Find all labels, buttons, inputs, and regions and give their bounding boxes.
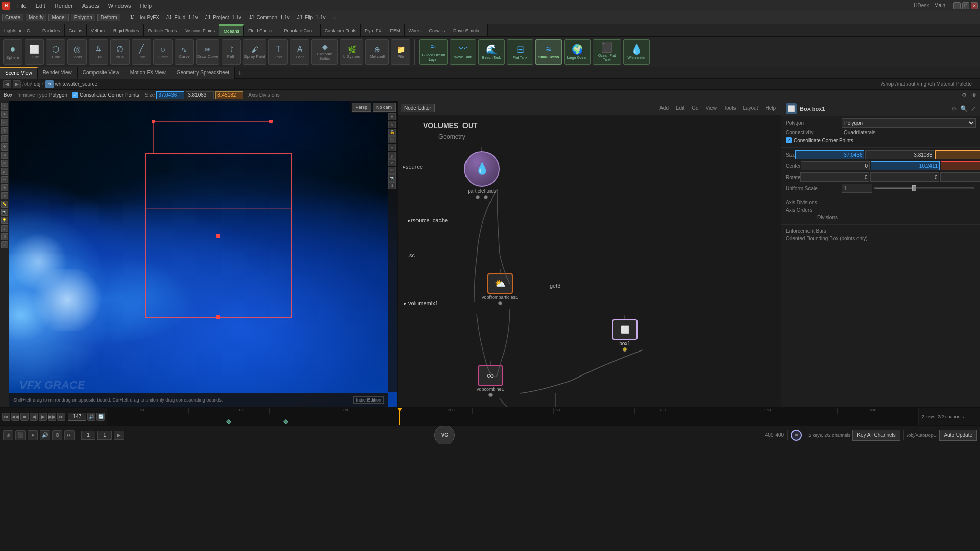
- node-view-btn[interactable]: View: [704, 104, 719, 112]
- node-editor-tab[interactable]: Node Editor: [401, 104, 435, 112]
- toolbar-jj-fluid[interactable]: JJ_Fluid_1.1v: [164, 14, 201, 21]
- tool-torus[interactable]: ◎ Torus: [67, 39, 87, 65]
- vp-right-grid[interactable]: #: [388, 121, 396, 128]
- toolbar-jj-flip[interactable]: JJ_Flip_1.1v: [294, 14, 328, 21]
- path-out[interactable]: /out: [907, 81, 916, 87]
- vp-right-camera2[interactable]: 📷: [388, 174, 396, 182]
- tool-large-ocean[interactable]: 🌍 Large Ocean: [564, 39, 591, 65]
- props-rotate-x[interactable]: [800, 172, 869, 182]
- panel-tab-add[interactable]: +: [235, 69, 245, 77]
- props-size-x[interactable]: [795, 150, 864, 159]
- tl-frame-input[interactable]: [68, 413, 86, 421]
- shelf-tab-rigid[interactable]: Rigid Bodies: [109, 24, 144, 37]
- node-layout-btn[interactable]: Layout: [741, 104, 760, 112]
- tl-play[interactable]: ▶: [39, 413, 47, 421]
- node-box1[interactable]: ⬜ box1: [612, 319, 638, 352]
- tool-circle[interactable]: ○ Circle: [153, 39, 173, 65]
- node-rsource-cache[interactable]: ▸rsource_cache: [408, 217, 448, 224]
- bottom-view-icon[interactable]: ⬛: [15, 430, 26, 440]
- shelf-tab-fluid[interactable]: Fluid Conta...: [244, 24, 280, 37]
- tool-ocean-flat-tank[interactable]: ⬛ Ocean Flat Tank: [593, 39, 621, 65]
- tool-grid[interactable]: # Grid: [89, 39, 108, 65]
- left-icon-merge[interactable]: ⊗: [1, 184, 8, 191]
- props-uniform-scale-input[interactable]: [842, 184, 872, 193]
- left-icon-wave[interactable]: ≈: [1, 225, 8, 232]
- tool-cube[interactable]: ⬜ Cube: [24, 39, 44, 65]
- toolbar-deform[interactable]: Deform: [97, 14, 120, 21]
- tl-beginning[interactable]: ⏮: [2, 413, 10, 421]
- node-vdbcombine1[interactable]: ∞ vdbcombine1: [477, 365, 504, 397]
- vp-right-lock[interactable]: 🔒: [388, 129, 396, 136]
- vp-right-layout[interactable]: ⊞: [388, 167, 396, 174]
- shelf-tab-drive[interactable]: Drive Simula...: [449, 24, 488, 37]
- toolbar-jj-common[interactable]: JJ_Common_1.1v: [246, 14, 292, 21]
- left-icon-view[interactable]: 👁: [1, 111, 8, 118]
- shelf-tab-particles[interactable]: Particles: [38, 24, 65, 37]
- toolbar-polygon[interactable]: Polygon: [71, 14, 95, 21]
- bottom-settings-icon[interactable]: ⚙: [52, 430, 62, 440]
- shelf-tab-populate[interactable]: Populate Con...: [280, 24, 321, 37]
- menu-file[interactable]: File: [15, 2, 29, 9]
- left-icon-align[interactable]: ≡: [1, 192, 8, 199]
- bottom-snap-icon[interactable]: ⊕: [3, 430, 13, 440]
- path-img[interactable]: /img: [917, 81, 926, 87]
- tl-end[interactable]: ⏭: [57, 413, 65, 421]
- timeline-bar[interactable]: 50 100 150 200 250 300 350 400: [107, 408, 919, 426]
- tool-whitewater[interactable]: 💧 Whitewater: [623, 39, 650, 65]
- shelf-tab-container[interactable]: Container Tools: [321, 24, 361, 37]
- shelf-tab-particle-fluids[interactable]: Particle Fluids: [144, 24, 182, 37]
- props-search-icon[interactable]: 🔍: [960, 105, 968, 112]
- props-center-y[interactable]: [871, 161, 940, 170]
- shelf-tab-pyro[interactable]: Pyro FX: [361, 24, 386, 37]
- shelf-tab-vellum[interactable]: Vellum: [87, 24, 109, 37]
- tool-spraypaint[interactable]: 🖌 Spray Paint: [243, 39, 266, 65]
- vp-size-x[interactable]: [156, 91, 184, 99]
- timeline-playhead[interactable]: [399, 408, 400, 426]
- tool-null[interactable]: ∅ Null: [110, 39, 130, 65]
- panel-tab-composite[interactable]: Composite View: [78, 67, 125, 79]
- shelf-tab-grains[interactable]: Grains: [65, 24, 87, 37]
- left-icon-handle[interactable]: ✥: [1, 143, 8, 151]
- tool-text[interactable]: T Text: [268, 39, 288, 65]
- toolbar-model[interactable]: Model: [48, 14, 68, 21]
- tool-platonic[interactable]: ◆ Platonic Solids: [311, 39, 338, 65]
- path-mat[interactable]: /mat: [895, 81, 905, 87]
- shelf-tab-fem[interactable]: FEM: [386, 24, 405, 37]
- bottom-audio-icon[interactable]: 🔊: [40, 430, 50, 440]
- props-consolidate-check[interactable]: ✓: [786, 137, 792, 143]
- node-help-btn[interactable]: Help: [763, 104, 778, 112]
- tool-curve[interactable]: ∿ Curve: [175, 39, 194, 65]
- path-material[interactable]: Material Palette: [937, 81, 972, 87]
- vp-right-z[interactable]: z: [388, 159, 396, 166]
- tool-flat-tank[interactable]: ⊟ Flat Tank: [507, 39, 533, 65]
- toolbar-jj-project[interactable]: JJ_Project_1.1v: [203, 14, 244, 21]
- tool-line[interactable]: ╱ Line: [132, 39, 151, 65]
- bottom-play-range[interactable]: ▶: [114, 431, 124, 440]
- viewport-camera-btn[interactable]: No cam: [373, 103, 396, 112]
- auto-update-btn[interactable]: Auto Update: [939, 430, 977, 441]
- props-center-z[interactable]: [941, 161, 980, 170]
- tool-file[interactable]: 📁 File: [391, 39, 410, 65]
- props-size-z[interactable]: [935, 150, 980, 159]
- vp-right-info[interactable]: ℹ: [388, 182, 396, 189]
- tool-beach-tank[interactable]: 🌊 Beach Tank: [478, 39, 505, 65]
- tl-stop[interactable]: ■: [20, 413, 29, 421]
- tool-path[interactable]: ⤴ Path: [222, 39, 241, 65]
- left-icon-scale[interactable]: ⤢: [1, 135, 8, 142]
- viewport-persp-btn[interactable]: Persp: [352, 103, 371, 112]
- tool-tube[interactable]: ⬡ Tube: [46, 39, 65, 65]
- menu-windows[interactable]: Windows: [106, 2, 133, 9]
- vp-right-x[interactable]: x: [388, 144, 396, 151]
- left-icon-light[interactable]: 💡: [1, 217, 8, 224]
- left-icon-help[interactable]: ?: [1, 241, 8, 248]
- tl-next-key[interactable]: ▶▶: [48, 413, 56, 421]
- vp-right-view[interactable]: ⬛: [388, 136, 396, 143]
- left-icon-measure[interactable]: 📏: [1, 201, 8, 208]
- node-tools-btn[interactable]: Tools: [722, 104, 738, 112]
- shelf-tab-lights[interactable]: Lights and C...: [0, 24, 38, 37]
- shelf-tab-crowds[interactable]: Crowds: [425, 24, 450, 37]
- tool-guided-ocean[interactable]: ≈ Guided Ocean Layer: [419, 39, 448, 65]
- window-close[interactable]: ✕: [971, 2, 978, 9]
- left-icon-edit[interactable]: ✏: [1, 176, 8, 183]
- bottom-record-icon[interactable]: ●: [28, 430, 38, 440]
